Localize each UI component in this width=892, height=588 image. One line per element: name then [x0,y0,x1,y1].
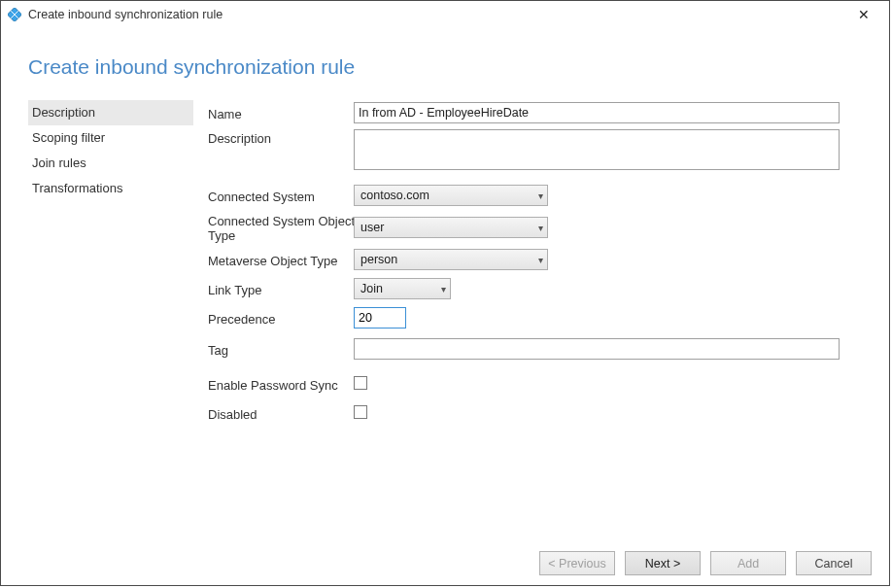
add-button[interactable]: Add [710,551,786,575]
sidebar-item-label: Join rules [32,156,86,170]
label-name: Name [208,105,354,121]
cancel-button[interactable]: Cancel [796,551,872,575]
sidebar-item-description[interactable]: Description [28,100,193,125]
mv-object-type-select[interactable]: person ▾ [354,249,548,270]
page-title: Create inbound synchronization rule [28,55,889,79]
link-type-select[interactable]: Join ▾ [354,278,451,299]
tag-input[interactable] [354,338,840,360]
dialog-body: Create inbound synchronization rule Desc… [1,28,889,585]
sidebar-item-label: Transformations [32,181,122,195]
close-icon: ✕ [858,7,870,22]
label-password-sync: Enable Password Sync [208,376,354,393]
disabled-checkbox[interactable] [354,405,367,419]
app-icon [7,7,22,22]
sidebar-item-label: Description [32,105,95,120]
connected-system-select[interactable]: contoso.com ▾ [354,185,548,206]
label-precedence: Precedence [208,310,354,327]
label-cs-object-type: Connected System Object Type [208,212,373,243]
precedence-input[interactable] [354,307,406,329]
sidebar: Description Scoping filter Join rules Tr… [28,100,208,430]
label-connected-system: Connected System [208,188,354,204]
mv-object-type-value: person [360,253,397,266]
content-area: Description Scoping filter Join rules Tr… [1,100,889,430]
chevron-down-icon: ▾ [538,255,543,265]
sidebar-item-join-rules[interactable]: Join rules [28,151,193,176]
sidebar-item-scoping-filter[interactable]: Scoping filter [28,125,193,151]
label-mv-object-type: Metaverse Object Type [208,252,354,268]
label-disabled: Disabled [208,405,354,422]
next-button[interactable]: Next > [625,551,701,575]
label-description: Description [208,129,354,146]
cs-object-type-select[interactable]: user ▾ [354,217,548,238]
label-link-type: Link Type [208,281,354,297]
sidebar-item-label: Scoping filter [32,130,105,145]
window-title: Create inbound synchronization rule [28,8,223,21]
sidebar-item-transformations[interactable]: Transformations [28,176,193,201]
footer-buttons: < Previous Next > Add Cancel [539,551,872,575]
name-input[interactable] [354,102,840,123]
label-tag: Tag [208,341,354,358]
link-type-value: Join [360,282,383,295]
connected-system-value: contoso.com [360,189,429,202]
chevron-down-icon: ▾ [538,190,543,201]
close-button[interactable]: ✕ [844,3,883,26]
cancel-label: Cancel [815,557,853,571]
chevron-down-icon: ▾ [538,223,543,233]
previous-label: < Previous [548,557,605,571]
titlebar: Create inbound synchronization rule ✕ [1,1,889,28]
cs-object-type-value: user [360,221,384,234]
chevron-down-icon: ▾ [441,284,446,294]
add-label: Add [738,557,759,571]
dialog-window: Create inbound synchronization rule ✕ Cr… [0,0,890,586]
password-sync-checkbox[interactable] [354,376,367,390]
next-label: Next > [645,557,680,571]
description-input[interactable] [354,129,840,170]
previous-button[interactable]: < Previous [539,551,615,575]
form-panel: Name Description Connected System [208,100,889,430]
